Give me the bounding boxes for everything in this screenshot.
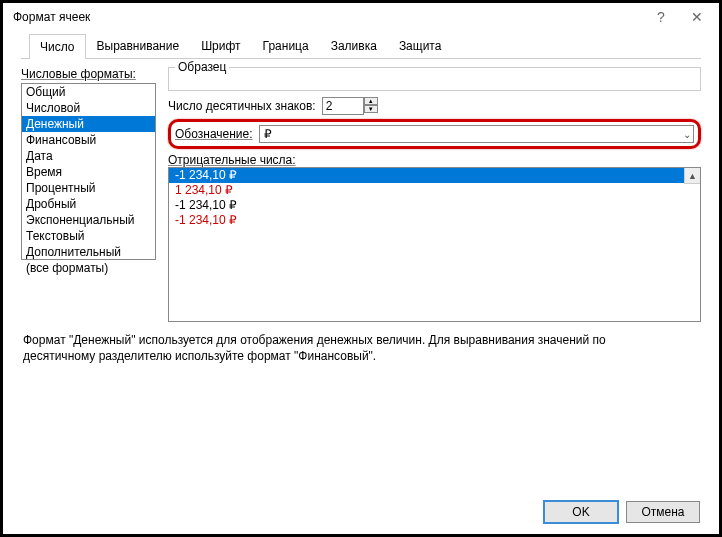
format-list[interactable]: ОбщийЧисловойДенежныйФинансовыйДатаВремя… — [21, 83, 156, 260]
ok-button[interactable]: OK — [544, 501, 618, 523]
sample-label: Образец — [175, 60, 229, 74]
dialog-buttons: OK Отмена — [544, 501, 700, 523]
format-item[interactable]: Числовой — [22, 100, 155, 116]
spinner-down-icon[interactable]: ▼ — [364, 105, 378, 113]
decimal-input[interactable] — [322, 97, 364, 115]
format-item[interactable]: Текстовый — [22, 228, 155, 244]
decimal-spinner[interactable]: ▲ ▼ — [322, 97, 378, 115]
decimal-label: Число десятичных знаков: — [168, 99, 316, 113]
title-bar: Формат ячеек ? ✕ — [3, 3, 719, 31]
format-item[interactable]: Время — [22, 164, 155, 180]
format-item[interactable]: Общий — [22, 84, 155, 100]
sample-group: Образец — [168, 67, 701, 91]
cancel-button[interactable]: Отмена — [626, 501, 700, 523]
format-item[interactable]: Дробный — [22, 196, 155, 212]
negative-option[interactable]: -1 234,10 ₽ — [169, 168, 700, 183]
format-item[interactable]: (все форматы) — [22, 260, 155, 276]
tabs-bar: ЧислоВыравниваниеШрифтГраницаЗаливкаЗащи… — [21, 33, 701, 59]
tab-2[interactable]: Шрифт — [190, 33, 251, 58]
chevron-down-icon: ⌄ — [683, 129, 691, 140]
negative-option[interactable]: -1 234,10 ₽ — [169, 213, 700, 228]
close-icon[interactable]: ✕ — [679, 5, 715, 29]
scroll-up-icon[interactable]: ▲ — [684, 168, 700, 184]
symbol-row: Обозначение: ₽ ⌄ — [175, 125, 694, 143]
symbol-label: Обозначение: — [175, 127, 253, 141]
format-item[interactable]: Дата — [22, 148, 155, 164]
negative-option[interactable]: 1 234,10 ₽ — [169, 183, 700, 198]
window-title: Формат ячеек — [13, 10, 90, 24]
tab-0[interactable]: Число — [29, 34, 86, 59]
symbol-highlight: Обозначение: ₽ ⌄ — [168, 119, 701, 149]
negative-label: Отрицательные числа: — [168, 153, 701, 167]
help-icon[interactable]: ? — [643, 5, 679, 29]
format-item[interactable]: Дополнительный — [22, 244, 155, 260]
decimal-row: Число десятичных знаков: ▲ ▼ — [168, 97, 701, 115]
symbol-dropdown[interactable]: ₽ ⌄ — [259, 125, 694, 143]
format-item[interactable]: Денежный — [22, 116, 155, 132]
tab-3[interactable]: Граница — [252, 33, 320, 58]
format-item[interactable]: Финансовый — [22, 132, 155, 148]
window-controls: ? ✕ — [643, 5, 715, 29]
spinner-up-icon[interactable]: ▲ — [364, 97, 378, 105]
format-description: Формат "Денежный" используется для отобр… — [3, 322, 643, 364]
format-list-label: Числовые форматы: — [21, 67, 156, 81]
negative-list[interactable]: ▲ -1 234,10 ₽1 234,10 ₽-1 234,10 ₽-1 234… — [168, 167, 701, 322]
negative-option[interactable]: -1 234,10 ₽ — [169, 198, 700, 213]
format-item[interactable]: Экспоненциальный — [22, 212, 155, 228]
tab-1[interactable]: Выравнивание — [86, 33, 191, 58]
format-item[interactable]: Процентный — [22, 180, 155, 196]
tab-5[interactable]: Защита — [388, 33, 453, 58]
tab-4[interactable]: Заливка — [320, 33, 388, 58]
symbol-value: ₽ — [264, 127, 272, 141]
